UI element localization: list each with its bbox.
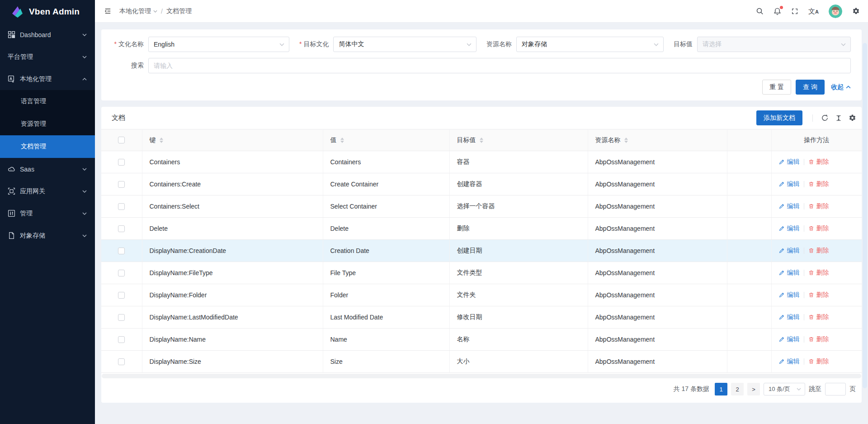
edit-button[interactable]: 编辑 [779,313,800,321]
value-cell: Folder [323,284,449,306]
search-button[interactable] [756,7,764,15]
page-size-select[interactable]: 10 条/页 [764,383,805,395]
resource-name-cell: AbpOssManagement [588,329,727,351]
edit-button[interactable]: 编辑 [779,158,800,166]
page-2-button[interactable]: 2 [731,383,744,395]
row-checkbox[interactable] [118,270,125,276]
sidebar-item-language-management[interactable]: 语言管理 [0,90,95,113]
delete-button[interactable]: 删除 [808,335,829,343]
sidebar-item-object-storage[interactable]: 对象存储 [0,224,95,247]
key-cell: DisplayName:FileType [142,262,323,284]
row-height-button[interactable] [835,114,842,122]
row-checkbox[interactable] [118,358,125,365]
delete-button[interactable]: 删除 [808,158,829,166]
spacer-cell [727,284,771,306]
fullscreen-button[interactable] [791,8,798,15]
delete-button[interactable]: 删除 [808,202,829,210]
delete-button[interactable]: 删除 [808,180,829,188]
row-checkbox[interactable] [118,248,125,254]
delete-button[interactable]: 删除 [808,269,829,277]
query-button[interactable]: 查 询 [796,80,825,95]
breadcrumb-parent[interactable]: 本地化管理 [119,7,157,15]
add-document-button[interactable]: 添加新文档 [756,110,802,125]
column-header-target: 目标值 [449,129,588,151]
row-checkbox-cell [101,329,142,351]
row-checkbox[interactable] [118,203,125,210]
filter-form-row-2: 搜索 [112,58,851,73]
resource-name-select[interactable]: 对象存储 [516,37,664,52]
edit-button[interactable]: 编辑 [779,269,800,277]
menu-fold-button[interactable] [101,5,114,18]
search-input[interactable] [148,58,851,73]
sidebar-item-saas[interactable]: Saas [0,158,95,180]
row-checkbox[interactable] [118,181,125,188]
pencil-icon [779,203,785,209]
column-settings-button[interactable] [849,114,856,122]
edit-button[interactable]: 编辑 [779,357,800,366]
select-all-checkbox[interactable] [118,137,125,143]
sort-value-button[interactable] [340,138,344,143]
vertical-scrollbar[interactable] [863,43,867,388]
sidebar-item-document-management[interactable]: 文档管理 [0,135,95,158]
page-1-button[interactable]: 1 [715,383,727,395]
panel-title: 文档 [112,114,125,122]
edit-button[interactable]: 编辑 [779,291,800,299]
target-value-cell: 创建日期 [449,240,588,262]
table-row: DisplayName:LastModifiedDate Last Modifi… [101,306,862,329]
delete-button[interactable]: 删除 [808,247,829,255]
target-value-select[interactable]: 请选择 [697,37,851,52]
row-checkbox[interactable] [118,336,125,343]
row-checkbox[interactable] [118,225,125,232]
action-divider [804,203,804,210]
jump-page-input[interactable] [825,383,846,395]
sidebar-item-localization[interactable]: 本地化管理 [0,68,95,90]
spacer-cell [727,173,771,195]
sort-key-button[interactable] [160,138,163,143]
target-value-cell: 删除 [449,218,588,240]
collapse-toggle[interactable]: 收起 [831,83,851,91]
app-logo[interactable]: Vben Admin [0,0,95,24]
sort-target-button[interactable] [480,138,483,143]
edit-button[interactable]: 编辑 [779,180,800,188]
row-checkbox-cell [101,351,142,373]
delete-button[interactable]: 删除 [808,291,829,299]
edit-button[interactable]: 编辑 [779,224,800,233]
refresh-button[interactable] [821,114,829,122]
culture-name-select[interactable]: English [148,37,289,52]
sidebar-item-dashboard[interactable]: Dashboard [0,24,95,46]
settings-button[interactable] [852,7,860,15]
row-checkbox[interactable] [118,159,125,166]
spacer-cell [727,151,771,173]
main-content: 文化名称 English 目标文化 简体中文 资源名称 对象存储 [95,23,868,424]
trash-icon [808,314,814,320]
translate-button[interactable]: 文A [808,8,819,14]
culture-name-label: 文化名称 [112,40,144,48]
resource-name-cell: AbpOssManagement [588,351,727,373]
target-culture-select[interactable]: 简体中文 [333,37,476,52]
next-page-button[interactable]: > [747,383,760,395]
chevron-down-icon [82,168,87,171]
saas-icon [8,165,15,173]
row-checkbox[interactable] [118,292,125,299]
sidebar-item-management[interactable]: 管理 [0,202,95,224]
actions-cell: 编辑 删除 [771,329,862,351]
pencil-icon [779,225,785,231]
sort-resource-button[interactable] [624,138,628,143]
sidebar-item-platform[interactable]: 平台管理 [0,46,95,68]
delete-button[interactable]: 删除 [808,357,829,366]
horizontal-scrollbar[interactable] [102,374,861,378]
edit-button[interactable]: 编辑 [779,247,800,255]
delete-button[interactable]: 删除 [808,313,829,321]
sidebar-item-gateway[interactable]: 应用网关 [0,180,95,202]
reset-button[interactable]: 重 置 [762,80,791,95]
target-value-cell: 文件类型 [449,262,588,284]
edit-button[interactable]: 编辑 [779,335,800,343]
sidebar-item-resource-management[interactable]: 资源管理 [0,113,95,135]
column-header-resource: 资源名称 [588,129,727,151]
edit-button[interactable]: 编辑 [779,202,800,210]
table-body: Containers Containers 容器 AbpOssManagemen… [101,151,862,373]
notification-button[interactable] [774,7,781,15]
row-checkbox[interactable] [118,314,125,321]
delete-button[interactable]: 删除 [808,224,829,233]
avatar[interactable] [829,5,842,18]
